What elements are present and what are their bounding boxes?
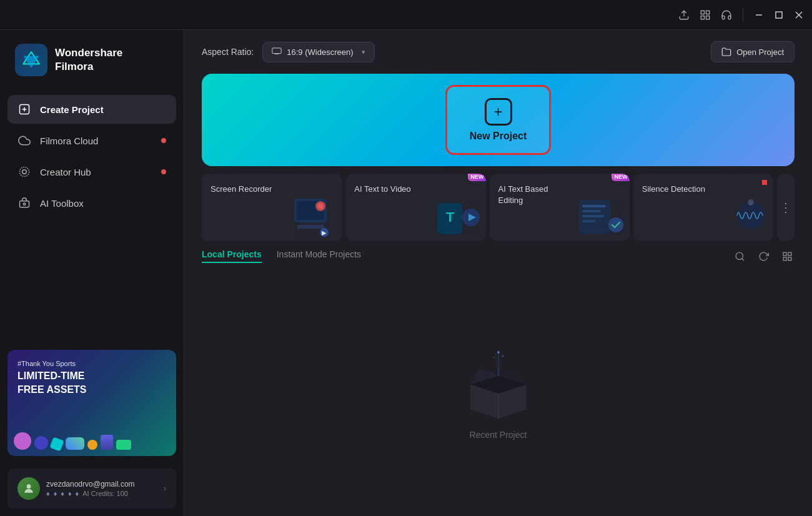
svg-point-37 <box>608 217 623 232</box>
promo-tag: #Thank You Sports <box>17 360 166 367</box>
nav-section: Create Project Filmora Cloud <box>0 90 184 342</box>
ai-toolbox-icon <box>17 196 31 210</box>
feature-card-silence-detection[interactable]: Silence Detection <box>633 174 773 241</box>
tab-local-projects[interactable]: Local Projects <box>202 249 262 263</box>
svg-point-50 <box>497 351 500 354</box>
svg-point-41 <box>736 252 743 259</box>
title-bar <box>0 0 812 30</box>
svg-text:T: T <box>446 209 455 225</box>
promo-subtitle: FREE ASSETS <box>17 384 166 395</box>
user-area[interactable]: zvezdanodrvo@gmail.com ♦ ♦ ♦ ♦ ♦ AI Cred… <box>7 469 176 509</box>
new-project-button[interactable]: + New Project <box>445 85 552 155</box>
headset-icon[interactable] <box>720 9 733 21</box>
svg-point-52 <box>502 355 503 357</box>
svg-rect-3 <box>701 16 704 19</box>
feature-cards-row: Screen Recorder ▶ NEW AI Text to <box>184 166 812 249</box>
svg-rect-43 <box>783 252 786 256</box>
svg-point-24 <box>317 203 324 209</box>
svg-marker-10 <box>23 56 39 68</box>
refresh-icon[interactable] <box>756 249 771 264</box>
grid-view-icon[interactable] <box>780 249 795 264</box>
creator-hub-icon <box>17 165 31 179</box>
search-icon[interactable] <box>732 249 747 264</box>
svg-rect-19 <box>272 47 281 53</box>
ai-text-editing-new-badge: NEW <box>611 174 630 181</box>
svg-point-15 <box>20 167 29 177</box>
cloud-upload-icon[interactable] <box>678 9 690 21</box>
sidebar-item-create-project-label: Create Project <box>40 104 166 115</box>
svg-rect-1 <box>701 11 704 14</box>
avatar <box>17 477 40 500</box>
feature-card-ai-text-based-editing[interactable]: NEW AI Text Based Editing <box>490 174 630 241</box>
svg-rect-33 <box>582 205 606 207</box>
new-project-plus-icon: + <box>485 98 512 126</box>
empty-state-label: Recent Project <box>470 430 527 440</box>
sidebar-item-ai-toolbox[interactable]: AI Toolbox <box>7 189 176 217</box>
svg-point-17 <box>23 203 25 205</box>
aspect-ratio-label: Aspect Ratio: <box>202 47 254 57</box>
svg-rect-45 <box>783 257 786 260</box>
ai-credits-label: AI Credits: 100 <box>82 490 128 497</box>
ai-text-to-video-visual: T <box>432 194 482 237</box>
maximize-button[interactable] <box>773 9 785 21</box>
sidebar-item-filmora-cloud-label: Filmora Cloud <box>40 136 152 146</box>
svg-line-49 <box>498 353 502 376</box>
sidebar-item-creator-hub[interactable]: Creator Hub <box>7 157 176 186</box>
create-project-icon <box>17 102 31 116</box>
filmora-cloud-icon <box>17 134 31 147</box>
aspect-ratio-value: 16:9 (Widescreen) <box>287 47 357 57</box>
sidebar-item-filmora-cloud[interactable]: Filmora Cloud <box>7 126 176 155</box>
projects-tabs-row: Local Projects Instant Mode Projects <box>202 249 795 264</box>
ai-text-based-editing-visual <box>576 194 626 237</box>
svg-text:▶: ▶ <box>322 229 327 236</box>
svg-rect-4 <box>706 16 710 19</box>
sidebar-item-create-project[interactable]: Create Project <box>7 95 176 124</box>
svg-rect-46 <box>788 257 791 260</box>
feature-card-ai-text-to-video[interactable]: NEW AI Text to Video T <box>345 174 485 241</box>
tab-instant-mode-projects[interactable]: Instant Mode Projects <box>277 249 361 263</box>
svg-rect-6 <box>776 12 782 18</box>
svg-rect-34 <box>582 210 601 212</box>
minimize-button[interactable] <box>753 9 765 21</box>
main-layout: Wondershare Filmora Create Project <box>0 30 812 516</box>
main-content: Aspect Ratio: 16:9 (Widescreen) ▾ <box>184 30 812 516</box>
aspect-ratio-dropdown[interactable]: 16:9 (Widescreen) ▾ <box>262 42 375 62</box>
logo-area: Wondershare Filmora <box>0 30 184 90</box>
projects-toolbar <box>732 249 795 264</box>
sidebar-promo-banner[interactable]: #Thank You Sports LIMITED-TIME FREE ASSE… <box>7 350 176 456</box>
svg-rect-16 <box>20 201 29 207</box>
credit-icon-2: ♦ <box>54 490 57 497</box>
svg-point-51 <box>493 357 495 358</box>
credit-icon-1: ♦ <box>46 490 50 497</box>
app-logo <box>15 44 47 76</box>
new-project-banner: + New Project <box>202 74 795 166</box>
svg-point-18 <box>27 484 31 489</box>
content-topbar: Aspect Ratio: 16:9 (Widescreen) ▾ <box>184 30 812 74</box>
credit-icon-5: ♦ <box>76 490 79 497</box>
user-email: zvezdanodrvo@gmail.com <box>46 480 157 489</box>
silence-detection-label: Silence Detection <box>642 184 711 195</box>
chevron-down-icon: ▾ <box>362 48 365 56</box>
empty-state: Recent Project <box>202 274 795 516</box>
more-features-button[interactable]: ⋮ <box>777 174 795 241</box>
monitor-icon <box>272 47 282 57</box>
titlebar-tools <box>678 9 733 21</box>
silence-detection-dot <box>762 180 767 185</box>
titlebar-separator <box>743 9 743 21</box>
svg-rect-36 <box>582 220 596 222</box>
empty-state-illustration <box>458 350 539 419</box>
projects-section: Local Projects Instant Mode Projects <box>184 249 812 516</box>
user-chevron-right-icon[interactable]: › <box>164 484 166 493</box>
new-project-label: New Project <box>470 131 527 142</box>
close-button[interactable] <box>793 9 805 21</box>
app-name: Wondershare Filmora <box>55 46 122 74</box>
open-project-button[interactable]: Open Project <box>711 41 795 62</box>
grid-icon[interactable] <box>699 9 711 21</box>
sidebar-item-creator-hub-label: Creator Hub <box>40 167 152 177</box>
user-info: zvezdanodrvo@gmail.com ♦ ♦ ♦ ♦ ♦ AI Cred… <box>46 480 157 497</box>
promo-title: LIMITED-TIME <box>17 370 166 382</box>
projects-tabs: Local Projects Instant Mode Projects <box>202 249 361 263</box>
feature-card-screen-recorder[interactable]: Screen Recorder ▶ <box>202 174 342 241</box>
window-controls <box>753 9 805 21</box>
sidebar-item-ai-toolbox-label: AI Toolbox <box>40 198 166 209</box>
